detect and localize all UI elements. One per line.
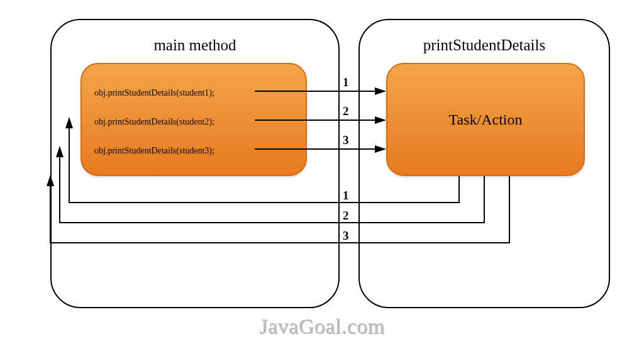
main-method-title: main method [52, 36, 338, 54]
code-line-3: obj.printStudentDetails(student3); [94, 146, 214, 156]
print-student-title: printStudentDetails [360, 36, 609, 54]
forward-label-3: 3 [343, 133, 349, 147]
return-label-3: 3 [343, 229, 349, 243]
return-label-2: 2 [343, 209, 349, 223]
code-line-2: obj.printStudentDetails(student2); [94, 117, 214, 127]
return-label-1: 1 [343, 189, 349, 203]
task-action-label: Task/Action [449, 111, 523, 128]
forward-label-1: 1 [343, 75, 349, 89]
code-line-1: obj.printStudentDetails(student1); [94, 88, 214, 98]
task-action-box: Task/Action [386, 63, 585, 176]
forward-label-2: 2 [343, 104, 349, 118]
watermark: JavaGoal.com [0, 314, 644, 338]
main-method-box: obj.printStudentDetails(student1); obj.p… [80, 63, 307, 176]
